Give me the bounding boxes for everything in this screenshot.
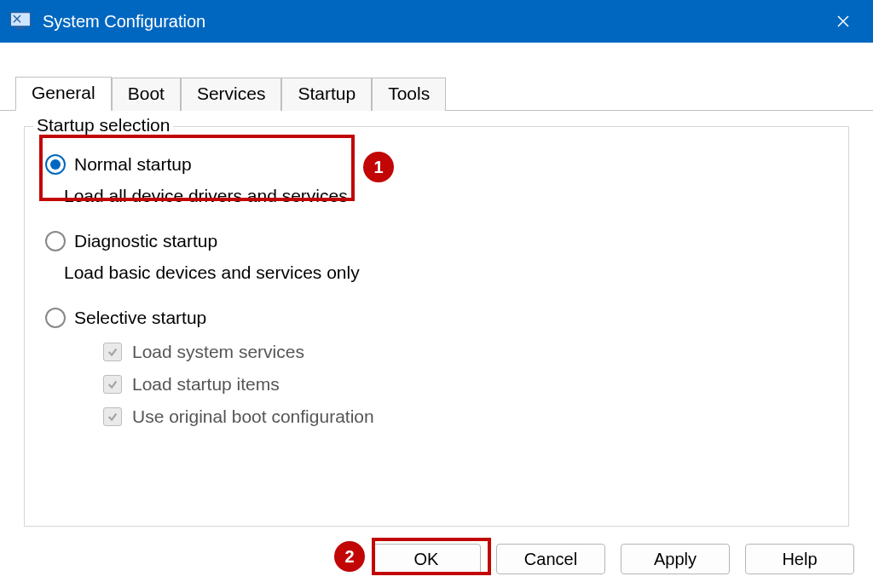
check-load-system-services-label: Load system services bbox=[132, 342, 304, 362]
help-button[interactable]: Help bbox=[745, 544, 854, 574]
tab-tools[interactable]: Tools bbox=[372, 78, 446, 111]
apply-button[interactable]: Apply bbox=[621, 544, 730, 574]
dialog-button-row: OK Cancel Apply Help bbox=[372, 544, 854, 574]
svg-rect-0 bbox=[10, 13, 30, 26]
check-use-original-boot-label: Use original boot configuration bbox=[132, 406, 374, 427]
tab-strip: General Boot Services Startup Tools bbox=[0, 43, 873, 111]
check-load-startup-items-label: Load startup items bbox=[132, 374, 280, 395]
checkbox-icon bbox=[103, 375, 122, 394]
cancel-button[interactable]: Cancel bbox=[496, 544, 605, 574]
option-selective-startup[interactable]: Selective startup bbox=[45, 306, 833, 330]
checkbox-icon bbox=[103, 407, 122, 426]
window-title: System Configuration bbox=[43, 12, 205, 32]
titlebar: System Configuration bbox=[0, 0, 873, 43]
option-normal-label: Normal startup bbox=[74, 153, 192, 176]
tab-services[interactable]: Services bbox=[181, 78, 282, 111]
close-button[interactable] bbox=[813, 0, 873, 43]
option-diagnostic-desc: Load basic devices and services only bbox=[64, 260, 833, 285]
ok-button[interactable]: OK bbox=[372, 544, 481, 574]
tab-startup[interactable]: Startup bbox=[281, 78, 372, 111]
tab-boot[interactable]: Boot bbox=[112, 78, 181, 111]
option-normal-desc: Load all device drivers and services bbox=[64, 183, 350, 209]
tab-panel-general: Startup selection Normal startup Load al… bbox=[0, 111, 873, 527]
annotation-badge-2: 2 bbox=[334, 541, 365, 572]
option-diagnostic-startup[interactable]: Diagnostic startup bbox=[45, 229, 833, 253]
tab-general[interactable]: General bbox=[15, 77, 112, 111]
radio-normal-startup[interactable] bbox=[45, 154, 66, 175]
startup-selection-group: Startup selection Normal startup Load al… bbox=[24, 126, 849, 527]
check-load-system-services[interactable]: Load system services bbox=[103, 342, 833, 362]
radio-selective-startup[interactable] bbox=[45, 308, 66, 328]
radio-diagnostic-startup[interactable] bbox=[45, 231, 66, 251]
option-diagnostic-label: Diagnostic startup bbox=[74, 229, 217, 253]
group-legend: Startup selection bbox=[33, 115, 173, 135]
svg-rect-1 bbox=[16, 27, 24, 29]
app-icon bbox=[9, 9, 32, 33]
check-use-original-boot[interactable]: Use original boot configuration bbox=[103, 406, 833, 427]
check-load-startup-items[interactable]: Load startup items bbox=[103, 374, 833, 395]
option-selective-label: Selective startup bbox=[74, 306, 206, 330]
option-normal-startup[interactable]: Normal startup bbox=[45, 153, 350, 176]
checkbox-icon bbox=[103, 343, 122, 361]
